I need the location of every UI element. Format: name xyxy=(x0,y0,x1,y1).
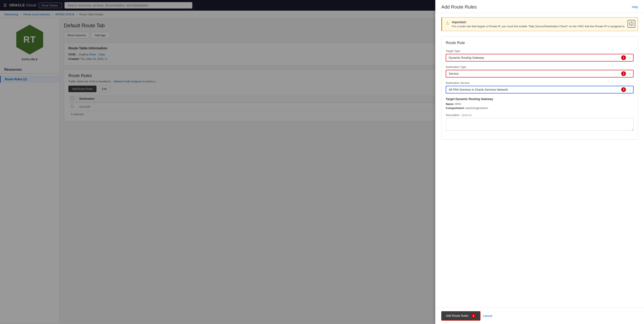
drg-compartment-row: Compartment: IwanHoogendoorn xyxy=(446,106,634,110)
destination-type-label: Destination Type xyxy=(446,65,634,68)
target-type-wrapper: Dynamic Routing Gateway ⌄ 1 xyxy=(446,54,634,61)
svg-rect-1 xyxy=(631,24,632,25)
banner-title: Important: xyxy=(452,20,625,24)
destination-type-select[interactable]: Service xyxy=(446,70,634,77)
route-rule-card: Route Rule Target Type Dynamic Routing G… xyxy=(441,36,638,140)
destination-type-group: Destination Type Service ⌄ 2 xyxy=(446,65,634,77)
drg-name-row: Name: DRG xyxy=(446,102,634,106)
target-type-group: Target Type Dynamic Routing Gateway ⌄ 1 xyxy=(446,49,634,61)
step-2-badge: 2 xyxy=(621,71,626,76)
step-4-badge: 4 xyxy=(471,314,476,318)
target-drg-info: Target Dynamic Routing Gateway Name: DRG… xyxy=(446,97,634,110)
target-type-select[interactable]: Dynamic Routing Gateway xyxy=(446,54,634,61)
step-3-badge: 3 xyxy=(621,87,626,92)
description-group: Description Optional xyxy=(446,113,634,131)
modal-help-link[interactable]: Help xyxy=(632,5,638,9)
target-type-label: Target Type xyxy=(446,49,634,52)
modal-header: Add Route Rules Help xyxy=(435,0,644,13)
modal-footer: Add Route Rules 4 Cancel xyxy=(435,308,644,324)
route-rule-section-title: Route Rule xyxy=(446,41,634,45)
description-textarea[interactable] xyxy=(446,118,634,131)
destination-service-select[interactable]: All FRA Services In Oracle Services Netw… xyxy=(446,86,634,93)
banner-description: For a route rule that targets a Private … xyxy=(452,25,625,28)
help-circle-icon[interactable] xyxy=(628,20,635,28)
svg-rect-2 xyxy=(631,23,632,23)
modal-panel: Add Route Rules Help ⚠ Important: For a … xyxy=(435,0,644,324)
cancel-button[interactable]: Cancel xyxy=(483,314,492,318)
important-banner: ⚠ Important: For a route rule that targe… xyxy=(441,17,638,31)
step-1-badge: 1 xyxy=(621,55,626,60)
destination-type-wrapper: Service ⌄ 2 xyxy=(446,70,634,77)
destination-service-group: Destination Service All FRA Services In … xyxy=(446,81,634,93)
modal-title: Add Route Rules xyxy=(441,4,476,10)
drg-section-title: Target Dynamic Routing Gateway xyxy=(446,97,634,101)
destination-service-wrapper: All FRA Services In Oracle Services Netw… xyxy=(446,86,634,93)
destination-service-label: Destination Service xyxy=(446,81,634,84)
warning-icon: ⚠ xyxy=(446,20,449,25)
banner-text: Important: For a route rule that targets… xyxy=(452,20,625,28)
description-label: Description Optional xyxy=(446,113,634,117)
modal-body: ⚠ Important: For a route rule that targe… xyxy=(435,13,644,308)
submit-button[interactable]: Add Route Rules 4 xyxy=(441,311,480,321)
